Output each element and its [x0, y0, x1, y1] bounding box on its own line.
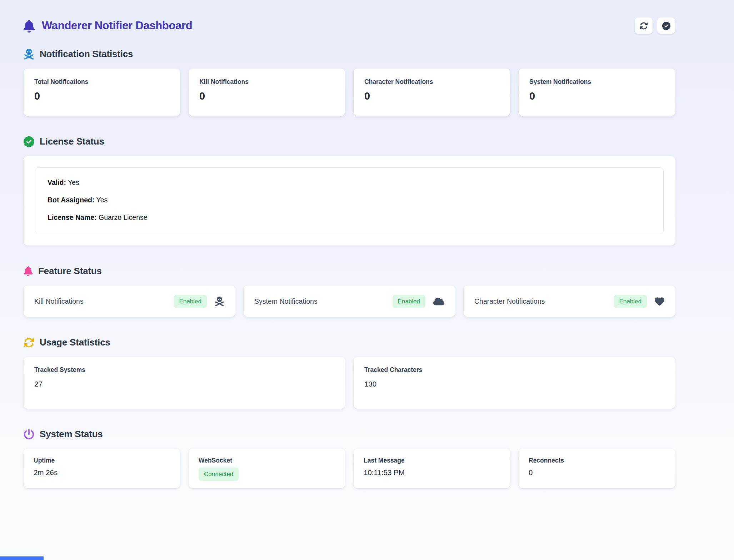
feature-status-header: Feature Status: [24, 266, 675, 277]
usage-label: Tracked Systems: [34, 366, 334, 374]
section-usage-statistics: Usage Statistics Tracked Systems 27 Trac…: [24, 337, 675, 409]
stat-card-kill-notifications: Kill Notifications 0: [189, 69, 345, 116]
license-label: Bot Assigned:: [48, 196, 94, 204]
stat-label: Kill Notifications: [199, 78, 334, 86]
stat-value: 0: [529, 90, 664, 102]
feature-card-character-notifications: Character Notifications Enabled: [464, 286, 675, 317]
system-status-header: System Status: [24, 429, 675, 440]
feature-status-group: Enabled: [614, 295, 664, 308]
usage-value: 130: [364, 380, 664, 388]
system-card-grid: Uptime 2m 26s WebSocket Connected Last M…: [24, 449, 675, 488]
section-notification-statistics: Notification Statistics Total Notificati…: [24, 49, 675, 116]
feature-status-group: Enabled: [393, 295, 444, 308]
header: Wanderer Notifier Dashboard: [24, 16, 675, 36]
stat-card-total-notifications: Total Notifications 0: [24, 69, 180, 116]
bell-icon: [24, 266, 33, 276]
bell-icon: [24, 20, 35, 32]
status-badge: Enabled: [174, 295, 207, 308]
status-badge: Enabled: [393, 295, 425, 308]
license-value: Yes: [68, 178, 79, 186]
stat-value: 0: [34, 90, 169, 102]
check-circle-icon: [24, 136, 34, 147]
section-license-status: License Status Valid: Yes Bot Assigned: …: [24, 136, 675, 246]
section-title: License Status: [40, 136, 104, 147]
license-row-bot-assigned: Bot Assigned: Yes: [48, 196, 651, 204]
dashboard-page: Wanderer Notifier Dashboard Notification…: [24, 0, 675, 488]
page-title: Wanderer Notifier Dashboard: [42, 19, 192, 32]
system-label: Last Message: [364, 457, 500, 464]
license-row-valid: Valid: Yes: [48, 178, 651, 187]
system-card-last-message: Last Message 10:11:53 PM: [354, 449, 510, 488]
stat-label: System Notifications: [529, 78, 664, 86]
license-label: Valid:: [48, 178, 66, 186]
section-system-status: System Status Uptime 2m 26s WebSocket Co…: [24, 429, 675, 488]
feature-label: Kill Notifications: [34, 297, 84, 306]
status-badge: Enabled: [614, 295, 647, 308]
power-icon: [24, 429, 34, 440]
system-label: Uptime: [34, 457, 170, 464]
stat-card-system-notifications: System Notifications 0: [519, 69, 675, 116]
header-title-group: Wanderer Notifier Dashboard: [24, 19, 192, 32]
stat-card-character-notifications: Character Notifications 0: [354, 69, 510, 116]
license-row-name: License Name: Guarzo License: [48, 213, 651, 222]
confirm-button[interactable]: [657, 17, 675, 34]
stat-label: Total Notifications: [34, 78, 169, 86]
section-title: Notification Statistics: [40, 49, 133, 60]
feature-status-group: Enabled: [174, 295, 224, 308]
system-card-reconnects: Reconnects 0: [519, 449, 675, 488]
connection-status-badge: Connected: [199, 468, 239, 481]
section-feature-status: Feature Status Kill Notifications Enable…: [24, 266, 675, 317]
section-title: Usage Statistics: [40, 337, 110, 348]
usage-value: 27: [34, 380, 334, 388]
usage-card-grid: Tracked Systems 27 Tracked Characters 13…: [24, 357, 675, 409]
section-title: System Status: [40, 429, 103, 440]
feature-card-grid: Kill Notifications Enabled System Notifi…: [24, 286, 675, 317]
refresh-button[interactable]: [635, 17, 653, 34]
system-value: 2m 26s: [34, 468, 170, 477]
stat-value: 0: [199, 90, 334, 102]
skull-crossbones-icon: [24, 49, 34, 60]
stat-value: 0: [364, 90, 499, 102]
feature-card-kill-notifications: Kill Notifications Enabled: [24, 286, 235, 317]
system-value: 10:11:53 PM: [364, 468, 500, 477]
heart-icon: [655, 297, 664, 306]
section-title: Feature Status: [38, 266, 102, 277]
system-label: WebSocket: [199, 457, 335, 464]
usage-statistics-header: Usage Statistics: [24, 337, 675, 348]
skull-crossbones-icon: [215, 297, 224, 306]
system-card-uptime: Uptime 2m 26s: [24, 449, 180, 488]
system-card-websocket: WebSocket Connected: [189, 449, 345, 488]
stat-label: Character Notifications: [364, 78, 499, 86]
license-value: Yes: [96, 196, 108, 204]
feature-label: System Notifications: [254, 297, 318, 306]
header-actions: [635, 17, 675, 34]
system-value: 0: [529, 468, 665, 477]
stats-card-grid: Total Notifications 0 Kill Notifications…: [24, 69, 675, 116]
feature-label: Character Notifications: [474, 297, 545, 306]
feature-card-system-notifications: System Notifications Enabled: [244, 286, 455, 317]
cloud-icon: [433, 297, 444, 306]
license-label: License Name:: [48, 213, 97, 221]
refresh-icon: [24, 337, 34, 348]
license-status-header: License Status: [24, 136, 675, 147]
usage-label: Tracked Characters: [364, 366, 664, 374]
check-circle-icon: [662, 22, 670, 30]
refresh-icon: [640, 22, 648, 30]
system-label: Reconnects: [529, 457, 665, 464]
license-card: Valid: Yes Bot Assigned: Yes License Nam…: [24, 156, 675, 246]
usage-card-tracked-systems: Tracked Systems 27: [24, 357, 345, 409]
bottom-blue-bar: [0, 556, 44, 560]
license-details-box: Valid: Yes Bot Assigned: Yes License Nam…: [35, 167, 664, 234]
usage-card-tracked-characters: Tracked Characters 130: [354, 357, 675, 409]
license-value: Guarzo License: [99, 213, 148, 221]
notification-statistics-header: Notification Statistics: [24, 49, 675, 60]
